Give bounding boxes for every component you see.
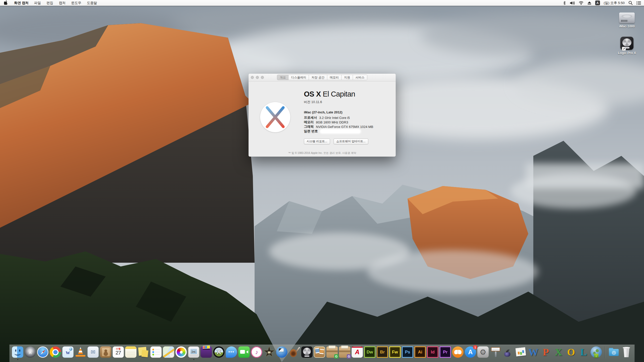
lync-glyph: L (580, 347, 587, 357)
system-report-button[interactable]: 시스템 리포트... (304, 139, 330, 144)
dock-item-pages09[interactable]: ✒ (503, 346, 514, 358)
dock-item-app-store[interactable]: A1 (465, 346, 476, 358)
dock-item-reminders[interactable] (150, 346, 162, 358)
zoom-button[interactable] (261, 76, 264, 79)
dock-item-lync[interactable]: L (578, 346, 589, 358)
dock-item-facetime[interactable] (238, 346, 250, 358)
dock-item-xee[interactable]: X (213, 346, 225, 358)
dock-item-messages[interactable] (226, 346, 237, 358)
dock-item-stuffit-expander[interactable]: G (327, 346, 338, 358)
spec-row-2: 그래픽NVIDIA GeForce GTX 675MX 1024 MB (304, 124, 392, 129)
dock-item-notes[interactable] (125, 346, 137, 358)
notification-badge: 1 (473, 345, 477, 349)
dock-item-maps[interactable] (163, 346, 174, 358)
menu-item-1[interactable]: 파일 (31, 0, 44, 6)
dock-item-word[interactable]: W (528, 346, 539, 358)
tab-0[interactable]: 개요 (277, 75, 289, 80)
word-icon: W (528, 346, 539, 358)
launchpad-icon (25, 346, 36, 358)
dock-item-launchpad[interactable] (25, 346, 36, 358)
dock-item-excel[interactable]: X (553, 346, 564, 358)
close-button[interactable] (251, 76, 254, 79)
dock-item-mail[interactable]: ✉ (88, 346, 99, 358)
dock-item-system-preferences[interactable]: ⚙ (477, 346, 489, 358)
stuffit-expander-icon: G (327, 346, 338, 358)
tab-5[interactable]: 서비스 (353, 75, 367, 80)
volume-icon[interactable] (570, 0, 575, 6)
dock-item-calendar[interactable]: 12월27 (113, 346, 124, 358)
input-source-badge[interactable]: A (595, 1, 600, 5)
dock-item-trash[interactable] (621, 346, 632, 358)
dock-item-photoshop[interactable]: Ps (402, 346, 413, 358)
alias-arrow-icon: ↗ (622, 47, 626, 51)
hard-drive-icon (619, 13, 635, 23)
menu-item-4[interactable]: 윈도우 (68, 0, 84, 6)
minimize-button[interactable] (256, 76, 259, 79)
dock-item-webhard[interactable]: w (62, 346, 74, 358)
dock-item-keynote[interactable] (490, 346, 501, 358)
premiere-glyph: Pr (443, 350, 448, 354)
excel-glyph: X (555, 347, 562, 357)
dock-item-dropstuff[interactable]: G (339, 346, 350, 358)
dock-item-outlook[interactable]: O (566, 346, 577, 358)
dock-item-imovie[interactable] (264, 346, 275, 358)
dock-item-toast[interactable] (201, 346, 212, 358)
dock-item-collage[interactable] (314, 346, 325, 358)
facetime-icon (238, 346, 250, 358)
dock-item-downloads[interactable]: ↓ (608, 346, 620, 358)
menu-bar-status: A (일) 오후 5:50 (563, 0, 644, 6)
dock-item-fireworks[interactable]: Fw (389, 346, 401, 358)
dock-item-dvd-ripper[interactable] (276, 346, 288, 358)
about-tabs: 개요디스플레이저장 공간메모리지원서비스 (277, 75, 367, 80)
wifi-icon[interactable] (579, 0, 584, 6)
menu-item-2[interactable]: 편집 (44, 0, 56, 6)
menu-item-3[interactable]: 캡처 (56, 0, 68, 6)
tab-3[interactable]: 메모리 (327, 75, 342, 80)
dock-item-acrobat[interactable]: A (352, 346, 363, 358)
bluetooth-icon[interactable] (563, 0, 566, 6)
dock-item-safari[interactable] (37, 346, 49, 358)
dock-item-vlc[interactable] (75, 346, 86, 358)
dock-item-bridge[interactable]: Br (377, 346, 388, 358)
dock-item-finder[interactable] (12, 346, 23, 358)
downloads-glyph: ↓ (612, 351, 616, 355)
dock-item-screen-capture[interactable]: ✂ (188, 346, 199, 358)
dock-item-indesign[interactable]: Id (427, 346, 438, 358)
dock-item-numbers09[interactable] (515, 346, 527, 358)
apple-menu[interactable] (0, 0, 11, 6)
dock-item-powerpoint[interactable]: P (540, 346, 552, 358)
spotlight-icon[interactable] (628, 0, 633, 6)
dock-item-illustrator[interactable]: Ai (415, 346, 426, 358)
dock-item-photos[interactable] (176, 346, 187, 358)
tab-4[interactable]: 지원 (342, 75, 353, 80)
system-preferences-glyph: ⚙ (480, 348, 487, 356)
eject-icon[interactable] (587, 0, 591, 6)
screen-capture-glyph: ✂ (191, 349, 196, 355)
dock: w✉12월27✂X♪GGADwBrFwPsAiIdPrA1⚙✒WPXOL↓↓ (10, 345, 635, 362)
itunes-glyph: ♪ (255, 349, 258, 355)
dock-item-stickies[interactable] (138, 346, 149, 358)
menu-item-5[interactable]: 도움말 (84, 0, 100, 6)
tab-2[interactable]: 저장 공간 (309, 75, 327, 80)
dock-item-dreamweaver[interactable]: Dw (364, 346, 376, 358)
spec-value: 8GB 1600 MHz DDR3 (316, 120, 348, 124)
dock-item-ibooks[interactable] (452, 346, 464, 358)
window-titlebar[interactable]: 개요디스플레이저장 공간메모리지원서비스 (249, 74, 396, 81)
dock-item-garageband[interactable] (289, 346, 300, 358)
dock-item-premiere[interactable]: Pr (440, 346, 451, 358)
menu-bar-clock[interactable]: (일) 오후 5:50 (604, 1, 625, 5)
dock-item-logic-pro[interactable] (301, 346, 313, 358)
about-text: OS X El Capitan 버전 10.11.6 iMac (27-inch… (304, 90, 392, 144)
notification-center-icon[interactable] (636, 0, 641, 6)
tab-1[interactable]: 디스플레이 (289, 75, 309, 80)
dock-item-itunes[interactable]: ♪ (251, 346, 262, 358)
chrome-icon (50, 346, 61, 358)
desktop-icon-logic-pro-x[interactable]: ↗ Logic Pro X (611, 37, 642, 55)
menu-app-name[interactable]: 화면 캡처 (11, 0, 31, 6)
desktop-icon-imac-1000[interactable]: iMac-1000 (611, 13, 642, 28)
dock-item-contacts[interactable] (100, 346, 111, 358)
dock-item-globe-downloader[interactable]: ↓ (591, 346, 602, 358)
software-update-button[interactable]: 소프트웨어 업데이트... (334, 139, 368, 144)
dock-item-chrome[interactable] (50, 346, 61, 358)
trash-icon (621, 346, 632, 358)
